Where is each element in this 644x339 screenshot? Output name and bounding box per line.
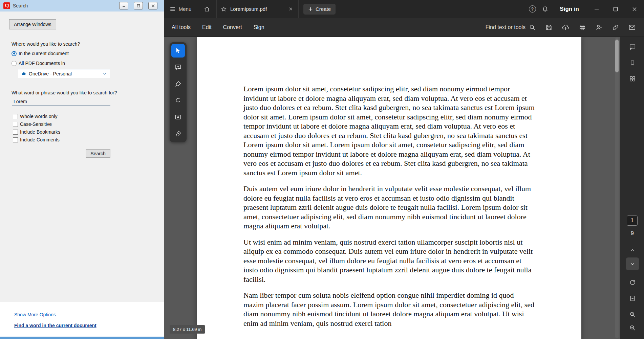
what-question-label: What word or phrase would you like to se…	[12, 90, 117, 95]
radio-all-pdf-documents[interactable]: All PDF Documents in	[12, 61, 65, 66]
create-button[interactable]: Create	[303, 4, 336, 15]
tab-title: LoremIpsum.pdf	[230, 6, 283, 12]
add-user-button[interactable]	[595, 24, 603, 31]
scrollbar-thumb[interactable]	[615, 40, 619, 72]
search-submit-button[interactable]: Search	[86, 149, 110, 158]
dialog-minimize-button[interactable]	[119, 2, 128, 9]
link-icon	[612, 24, 619, 31]
hamburger-icon	[170, 6, 176, 12]
dialog-maximize-button[interactable]	[134, 2, 143, 9]
rotate-icon	[629, 279, 636, 286]
find-text-button[interactable]: Find text or tools	[486, 24, 536, 31]
highlight-tool[interactable]	[171, 77, 185, 91]
where-question-label: Where would you like to search?	[12, 41, 80, 47]
search-term-input[interactable]	[12, 97, 110, 106]
share-upload-button[interactable]	[562, 23, 570, 31]
search-window-title: Search	[13, 3, 28, 8]
show-more-options-link[interactable]: Show More Options	[14, 312, 164, 317]
help-button[interactable]: ?	[526, 3, 539, 16]
search-location-dropdown[interactable]: OneDrive - Personal	[18, 69, 110, 78]
select-tool[interactable]	[171, 44, 185, 58]
checkbox-box[interactable]	[13, 114, 18, 119]
window-bottom-edge	[0, 337, 164, 339]
close-button[interactable]	[625, 0, 644, 18]
checkbox-whole-words[interactable]: Whole words only	[13, 114, 58, 119]
close-icon	[151, 4, 155, 8]
checkbox-include-bookmarks[interactable]: Include Bookmarks	[13, 129, 60, 135]
radio-button-selected[interactable]	[12, 51, 17, 56]
chevron-down-icon	[629, 261, 636, 267]
add-user-icon	[595, 24, 603, 31]
checkbox-include-comments[interactable]: Include Comments	[13, 137, 60, 142]
print-button[interactable]	[579, 24, 586, 31]
checkbox-box[interactable]	[13, 122, 18, 127]
checkbox-box[interactable]	[13, 137, 18, 142]
previous-page-button[interactable]	[626, 244, 639, 257]
checkbox-box[interactable]	[13, 130, 18, 135]
minimize-button[interactable]	[587, 0, 606, 18]
radio-button[interactable]	[12, 61, 17, 66]
search-dialog-window: Search Arrange Windows Where would you l…	[0, 0, 164, 339]
notifications-button[interactable]	[539, 3, 552, 16]
save-button[interactable]	[545, 24, 553, 31]
tab-convert[interactable]: Convert	[223, 24, 242, 30]
find-text-label: Find text or tools	[486, 24, 525, 30]
paragraph: Duis autem vel eum iriure dolor in hendr…	[243, 184, 535, 231]
current-page-input[interactable]: 1	[627, 216, 638, 226]
zoom-out-button[interactable]	[626, 321, 639, 334]
bell-icon	[542, 6, 549, 13]
mail-icon	[628, 24, 636, 31]
add-comment-tool[interactable]	[171, 61, 185, 74]
zoom-out-icon	[629, 324, 636, 331]
tab-edit[interactable]: Edit	[202, 24, 212, 30]
add-text-tool[interactable]	[171, 110, 185, 124]
home-icon	[203, 6, 210, 13]
chevron-up-icon	[629, 247, 636, 253]
toolbar-tabs: All tools Edit Convert Sign	[164, 24, 264, 30]
zoom-in-button[interactable]	[626, 308, 639, 321]
dropdown-value: OneDrive - Personal	[29, 71, 72, 76]
email-button[interactable]	[628, 24, 636, 31]
document-tab[interactable]: LoremIpsum.pdf	[217, 0, 299, 18]
lasso-icon	[175, 97, 181, 104]
draw-tool[interactable]	[171, 94, 185, 107]
page-thumbnails-button[interactable]	[626, 72, 639, 85]
quick-tools-rail	[170, 42, 187, 142]
rotate-page-button[interactable]	[626, 276, 639, 289]
home-button[interactable]	[197, 0, 217, 18]
tab-sign[interactable]: Sign	[254, 24, 264, 30]
comment-plus-icon	[175, 64, 181, 71]
onedrive-icon	[21, 71, 26, 76]
chevron-down-icon	[102, 71, 107, 76]
tab-close-icon[interactable]	[287, 5, 294, 13]
bookmarks-panel-button[interactable]	[626, 56, 639, 69]
dialog-close-button[interactable]	[148, 2, 157, 9]
tab-all-tools[interactable]: All tools	[172, 24, 191, 30]
zoom-in-icon	[629, 311, 636, 318]
next-page-button[interactable]	[626, 257, 639, 270]
total-pages-label: 9	[620, 230, 644, 236]
arrange-windows-button[interactable]: Arrange Windows	[9, 19, 56, 29]
share-link-button[interactable]	[612, 24, 619, 31]
radio-current-document[interactable]: In the current document	[12, 51, 69, 56]
maximize-button[interactable]	[606, 0, 625, 18]
cloud-upload-icon	[562, 23, 570, 31]
radio-label: All PDF Documents in	[19, 61, 65, 66]
menu-button[interactable]: Menu	[164, 0, 197, 18]
menu-label: Menu	[179, 6, 192, 12]
fit-width-button[interactable]	[626, 292, 639, 305]
acrobat-titlebar: Menu LoremIpsum.pdf Create ? Sign in	[164, 0, 644, 18]
paragraph: Lorem ipsum dolor sit amet, consetetur s…	[243, 84, 535, 177]
find-word-link[interactable]: Find a word in the current document	[14, 323, 164, 328]
search-window-footer: Show More Options Find a word in the cur…	[0, 302, 164, 337]
page-size-badge: 8.27 x 11.69 in	[170, 325, 205, 334]
document-scrollbar[interactable]	[615, 38, 619, 338]
printer-icon	[579, 24, 586, 31]
search-window-controls	[119, 2, 157, 9]
document-area: Lorem ipsum dolor sit amet, consetetur s…	[164, 37, 620, 339]
fill-sign-tool[interactable]	[171, 127, 185, 140]
pdf-page: Lorem ipsum dolor sit amet, consetetur s…	[197, 37, 581, 339]
comments-panel-button[interactable]	[626, 41, 639, 53]
checkbox-case-sensitive[interactable]: Case-Sensitive	[13, 121, 52, 127]
sign-in-button[interactable]: Sign in	[560, 6, 579, 13]
